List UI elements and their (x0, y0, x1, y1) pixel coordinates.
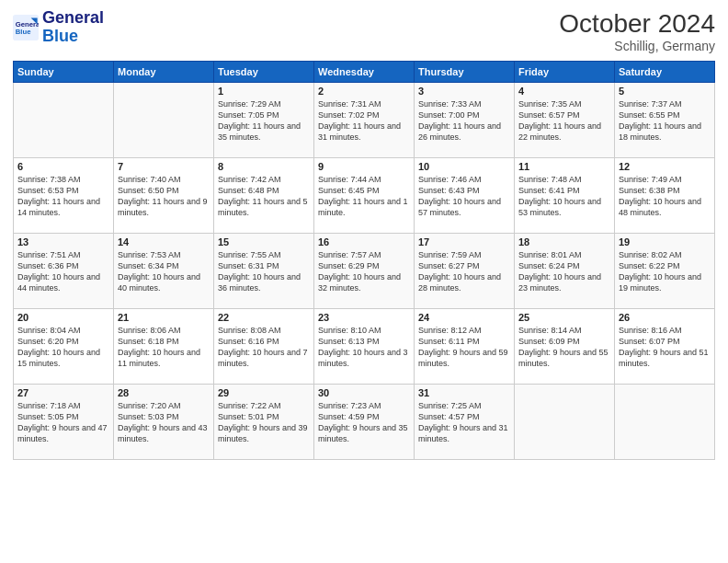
day-number: 20 (17, 312, 109, 323)
day-number: 4 (518, 86, 610, 97)
day-number: 26 (619, 312, 711, 323)
cell-info: Sunrise: 8:16 AM Sunset: 6:07 PM Dayligh… (619, 325, 711, 370)
cell-info: Sunrise: 7:35 AM Sunset: 6:57 PM Dayligh… (518, 98, 610, 144)
location-subtitle: Schillig, Germany (559, 39, 715, 53)
cell-4-3: 30Sunrise: 7:23 AM Sunset: 4:59 PM Dayli… (314, 385, 415, 460)
week-row-4: 20Sunrise: 8:04 AM Sunset: 6:20 PM Dayli… (14, 309, 715, 385)
cell-info: Sunrise: 7:37 AM Sunset: 6:55 PM Dayligh… (619, 98, 711, 144)
cell-info: Sunrise: 7:55 AM Sunset: 6:31 PM Dayligh… (218, 249, 310, 294)
cell-info: Sunrise: 7:59 AM Sunset: 6:27 PM Dayligh… (418, 249, 510, 294)
cell-0-5: 4Sunrise: 7:35 AM Sunset: 6:57 PM Daylig… (515, 83, 615, 158)
cell-3-2: 22Sunrise: 8:08 AM Sunset: 6:16 PM Dayli… (214, 309, 314, 385)
cell-4-0: 27Sunrise: 7:18 AM Sunset: 5:05 PM Dayli… (14, 385, 114, 460)
logo-icon: General Blue (13, 15, 39, 40)
title-block: October 2024 Schillig, Germany (559, 9, 715, 53)
logo-text-general: General (42, 9, 104, 28)
cell-info: Sunrise: 7:25 AM Sunset: 4:57 PM Dayligh… (418, 400, 510, 445)
cell-info: Sunrise: 7:23 AM Sunset: 4:59 PM Dayligh… (318, 400, 410, 445)
col-monday: Monday (114, 62, 214, 83)
col-thursday: Thursday (415, 62, 515, 83)
month-title: October 2024 (559, 9, 715, 39)
cell-4-4: 31Sunrise: 7:25 AM Sunset: 4:57 PM Dayli… (415, 385, 515, 460)
cell-0-6: 5Sunrise: 7:37 AM Sunset: 6:55 PM Daylig… (615, 83, 715, 158)
day-number: 14 (118, 236, 210, 247)
day-number: 6 (17, 161, 109, 172)
calendar-table: Sunday Monday Tuesday Wednesday Thursday… (13, 61, 715, 460)
cell-2-4: 17Sunrise: 7:59 AM Sunset: 6:27 PM Dayli… (415, 234, 515, 309)
day-number: 24 (418, 312, 510, 323)
cell-2-6: 19Sunrise: 8:02 AM Sunset: 6:22 PM Dayli… (615, 234, 715, 309)
week-row-2: 6Sunrise: 7:38 AM Sunset: 6:53 PM Daylig… (14, 158, 715, 234)
cell-1-4: 10Sunrise: 7:46 AM Sunset: 6:43 PM Dayli… (415, 158, 515, 234)
logo: General Blue General Blue (13, 9, 104, 46)
day-number: 9 (318, 161, 410, 172)
cell-2-1: 14Sunrise: 7:53 AM Sunset: 6:34 PM Dayli… (114, 234, 214, 309)
cell-info: Sunrise: 7:49 AM Sunset: 6:38 PM Dayligh… (619, 174, 711, 219)
cell-4-6 (615, 385, 715, 460)
cell-info: Sunrise: 7:38 AM Sunset: 6:53 PM Dayligh… (17, 174, 109, 219)
cell-info: Sunrise: 8:06 AM Sunset: 6:18 PM Dayligh… (118, 325, 210, 370)
day-number: 15 (218, 236, 310, 247)
cell-2-2: 15Sunrise: 7:55 AM Sunset: 6:31 PM Dayli… (214, 234, 314, 309)
day-number: 5 (619, 86, 711, 97)
day-number: 29 (218, 387, 310, 398)
cell-1-3: 9Sunrise: 7:44 AM Sunset: 6:45 PM Daylig… (314, 158, 415, 234)
cell-0-1 (114, 83, 214, 158)
cell-3-0: 20Sunrise: 8:04 AM Sunset: 6:20 PM Dayli… (14, 309, 114, 385)
cell-info: Sunrise: 7:57 AM Sunset: 6:29 PM Dayligh… (318, 249, 410, 294)
day-number: 23 (318, 312, 410, 323)
day-number: 28 (118, 387, 210, 398)
cell-0-0 (14, 83, 114, 158)
cell-info: Sunrise: 7:42 AM Sunset: 6:48 PM Dayligh… (218, 174, 310, 219)
cell-info: Sunrise: 8:01 AM Sunset: 6:24 PM Dayligh… (518, 249, 610, 294)
cell-info: Sunrise: 8:04 AM Sunset: 6:20 PM Dayligh… (17, 325, 109, 370)
day-number: 8 (218, 161, 310, 172)
day-number: 10 (418, 161, 510, 172)
col-tuesday: Tuesday (214, 62, 314, 83)
header: General Blue General Blue October 2024 S… (13, 9, 715, 53)
week-row-3: 13Sunrise: 7:51 AM Sunset: 6:36 PM Dayli… (14, 234, 715, 309)
day-number: 17 (418, 236, 510, 247)
day-number: 18 (518, 236, 610, 247)
weekday-row: Sunday Monday Tuesday Wednesday Thursday… (14, 62, 715, 83)
cell-0-2: 1Sunrise: 7:29 AM Sunset: 7:05 PM Daylig… (214, 83, 314, 158)
cell-1-0: 6Sunrise: 7:38 AM Sunset: 6:53 PM Daylig… (14, 158, 114, 234)
day-number: 21 (118, 312, 210, 323)
cell-info: Sunrise: 7:31 AM Sunset: 7:02 PM Dayligh… (318, 98, 410, 144)
day-number: 25 (518, 312, 610, 323)
cell-info: Sunrise: 8:10 AM Sunset: 6:13 PM Dayligh… (318, 325, 410, 370)
calendar-body: 1Sunrise: 7:29 AM Sunset: 7:05 PM Daylig… (14, 83, 715, 460)
day-number: 2 (318, 86, 410, 97)
col-sunday: Sunday (14, 62, 114, 83)
col-friday: Friday (515, 62, 615, 83)
cell-1-2: 8Sunrise: 7:42 AM Sunset: 6:48 PM Daylig… (214, 158, 314, 234)
col-saturday: Saturday (615, 62, 715, 83)
week-row-1: 1Sunrise: 7:29 AM Sunset: 7:05 PM Daylig… (14, 83, 715, 158)
cell-3-3: 23Sunrise: 8:10 AM Sunset: 6:13 PM Dayli… (314, 309, 415, 385)
week-row-5: 27Sunrise: 7:18 AM Sunset: 5:05 PM Dayli… (14, 385, 715, 460)
day-number: 31 (418, 387, 510, 398)
cell-info: Sunrise: 7:48 AM Sunset: 6:41 PM Dayligh… (518, 174, 610, 219)
cell-info: Sunrise: 8:14 AM Sunset: 6:09 PM Dayligh… (518, 325, 610, 370)
cell-info: Sunrise: 7:22 AM Sunset: 5:01 PM Dayligh… (218, 400, 310, 445)
cell-info: Sunrise: 8:08 AM Sunset: 6:16 PM Dayligh… (218, 325, 310, 370)
cell-info: Sunrise: 7:20 AM Sunset: 5:03 PM Dayligh… (118, 400, 210, 445)
cell-4-5 (515, 385, 615, 460)
cell-2-5: 18Sunrise: 8:01 AM Sunset: 6:24 PM Dayli… (515, 234, 615, 309)
day-number: 16 (318, 236, 410, 247)
cell-info: Sunrise: 7:18 AM Sunset: 5:05 PM Dayligh… (17, 400, 109, 445)
cell-info: Sunrise: 7:51 AM Sunset: 6:36 PM Dayligh… (17, 249, 109, 294)
cell-info: Sunrise: 7:40 AM Sunset: 6:50 PM Dayligh… (118, 174, 210, 219)
day-number: 11 (518, 161, 610, 172)
cell-2-3: 16Sunrise: 7:57 AM Sunset: 6:29 PM Dayli… (314, 234, 415, 309)
day-number: 19 (619, 236, 711, 247)
cell-4-2: 29Sunrise: 7:22 AM Sunset: 5:01 PM Dayli… (214, 385, 314, 460)
day-number: 1 (218, 86, 310, 97)
day-number: 30 (318, 387, 410, 398)
col-wednesday: Wednesday (314, 62, 415, 83)
cell-1-5: 11Sunrise: 7:48 AM Sunset: 6:41 PM Dayli… (515, 158, 615, 234)
calendar-header: Sunday Monday Tuesday Wednesday Thursday… (14, 62, 715, 83)
cell-3-5: 25Sunrise: 8:14 AM Sunset: 6:09 PM Dayli… (515, 309, 615, 385)
day-number: 12 (619, 161, 711, 172)
cell-info: Sunrise: 8:02 AM Sunset: 6:22 PM Dayligh… (619, 249, 711, 294)
